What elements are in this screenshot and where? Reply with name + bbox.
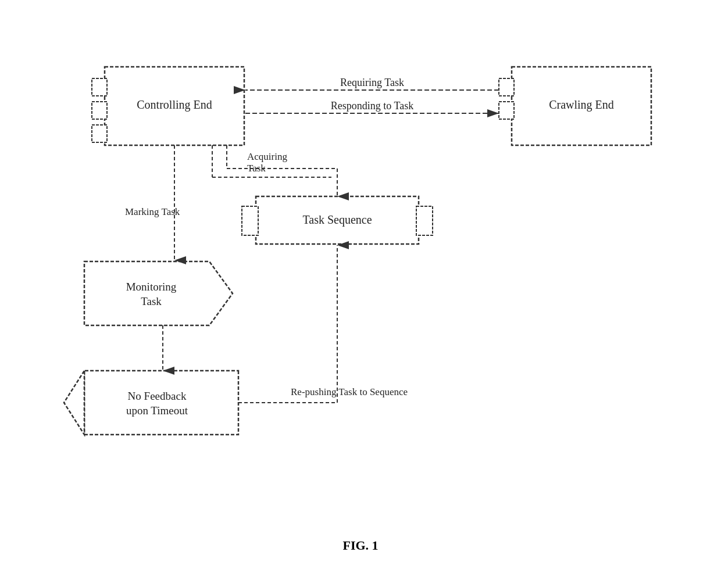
controlling-end-label: Controlling End: [137, 98, 212, 112]
svg-text:Task: Task: [141, 295, 162, 307]
crawling-end-label: Crawling End: [549, 98, 614, 112]
svg-rect-2: [92, 102, 107, 119]
repushing-label: Re-pushing Task to Sequence: [291, 386, 408, 397]
svg-marker-12: [84, 371, 238, 435]
task-sequence-label: Task Sequence: [302, 213, 372, 227]
requiring-task-label: Requiring Task: [340, 77, 404, 88]
svg-rect-8: [242, 206, 258, 235]
diagram-container: Controlling End Crawling End Task Sequen…: [47, 35, 674, 500]
monitoring-task-label: Monitoring: [126, 281, 177, 293]
svg-marker-10: [84, 261, 233, 325]
svg-marker-13: [64, 371, 84, 435]
no-feedback-label: No Feedback: [128, 390, 187, 402]
marking-task-label: Marking Task: [125, 206, 180, 217]
svg-rect-3: [92, 125, 107, 142]
svg-text:Task: Task: [247, 163, 266, 174]
responding-task-label: Responding to Task: [331, 100, 413, 112]
svg-rect-6: [499, 102, 514, 119]
acquiring-task-label: Acquiring: [247, 151, 287, 162]
svg-text:upon Timeout: upon Timeout: [126, 404, 188, 417]
svg-rect-1: [92, 78, 107, 96]
svg-rect-9: [416, 206, 433, 235]
figure-caption: FIG. 1: [342, 538, 378, 553]
svg-rect-5: [499, 78, 514, 96]
diagram-svg: Controlling End Crawling End Task Sequen…: [47, 35, 674, 500]
